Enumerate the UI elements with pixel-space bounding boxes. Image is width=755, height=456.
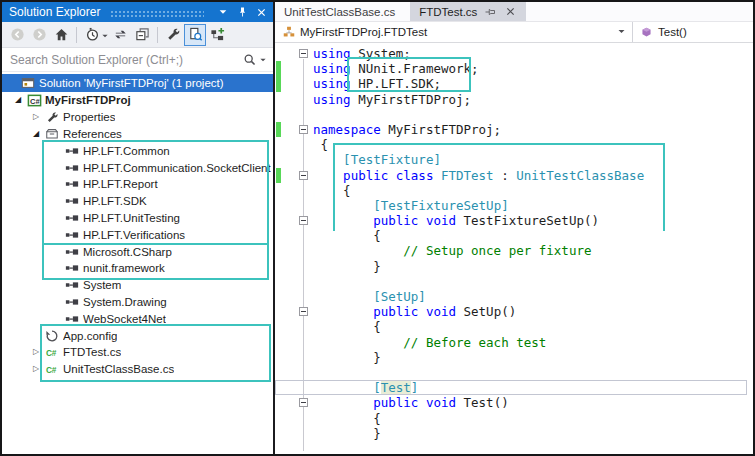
home-icon[interactable] xyxy=(50,24,72,46)
code-line[interactable]: using System; xyxy=(275,46,753,61)
tree-item-solution-myfirstftdproj-1-project[interactable]: Solution 'MyFirstFTDProj' (1 project) xyxy=(2,74,273,92)
code-line[interactable]: } xyxy=(275,350,753,365)
tree-item-label: nunit.framework xyxy=(83,262,165,274)
expander-collapsed-icon[interactable]: ▷ xyxy=(28,109,44,125)
tab-close-icon[interactable] xyxy=(503,5,517,19)
tree-item-label: Solution 'MyFirstFTDProj' (1 project) xyxy=(39,77,224,89)
expander-expanded-icon[interactable]: ◢ xyxy=(10,92,26,108)
code-line[interactable]: // Setup once per fixture xyxy=(275,243,753,258)
code-token: Test xyxy=(381,380,411,395)
code-token: SetUp() xyxy=(464,304,517,319)
fold-collapse-icon[interactable] xyxy=(299,307,308,316)
code-line[interactable]: [TestFixture] xyxy=(275,152,753,167)
code-line[interactable]: { xyxy=(275,411,753,426)
code-editor[interactable]: using System;using NUnit.Framework;using… xyxy=(275,43,753,454)
assembly-icon xyxy=(64,244,80,260)
search-input[interactable] xyxy=(10,53,243,67)
window-position-icon[interactable] xyxy=(215,4,231,20)
fold-collapse-icon[interactable] xyxy=(299,171,308,180)
expander-expanded-icon[interactable]: ◢ xyxy=(28,126,44,142)
refresh-icon[interactable] xyxy=(109,24,131,46)
code-token: { xyxy=(313,411,381,426)
code-line[interactable]: using HP.LFT.SDK; xyxy=(275,76,753,91)
tab-pin-icon[interactable] xyxy=(483,5,497,19)
search-box[interactable] xyxy=(2,48,273,72)
solution-explorer-titlebar[interactable]: Solution Explorer xyxy=(2,2,273,22)
tree-item-hp-lft-verifications[interactable]: HP.LFT.Verifications xyxy=(2,226,273,243)
tree-item-nunit-framework[interactable]: nunit.framework xyxy=(2,260,273,277)
tree-item-system[interactable]: System xyxy=(2,277,273,294)
code-line[interactable]: [TestFixtureSetUp] xyxy=(275,198,753,213)
tab-unittestclassbase[interactable]: UnitTestClassBase.cs xyxy=(275,2,404,21)
dropdown-caret-icon[interactable] xyxy=(101,26,109,44)
fold-collapse-icon[interactable] xyxy=(299,125,308,134)
forward-icon[interactable] xyxy=(28,24,50,46)
assembly-icon xyxy=(64,160,80,176)
tree-item-microsoft-csharp[interactable]: Microsoft.CSharp xyxy=(2,243,273,260)
code-line[interactable]: [Test] xyxy=(275,380,747,395)
type-dropdown[interactable]: MyFirstFTDProj.FTDTest xyxy=(275,22,633,42)
expander-collapsed-icon[interactable]: ▷ xyxy=(28,344,44,360)
tree-item-hp-lft-unittesting[interactable]: HP.LFT.UnitTesting xyxy=(2,210,273,227)
code-line[interactable]: { xyxy=(275,183,753,198)
member-dropdown-value: Test() xyxy=(658,26,687,38)
fold-collapse-icon[interactable] xyxy=(299,216,308,225)
code-token xyxy=(313,289,373,304)
change-tracking-bar xyxy=(276,168,281,183)
close-icon[interactable] xyxy=(253,4,269,20)
tree-item-websocket4net[interactable]: WebSocket4Net xyxy=(2,310,273,327)
code-token: FTDTest xyxy=(441,168,494,183)
tree-item-hp-lft-common[interactable]: HP.LFT.Common xyxy=(2,142,273,159)
code-line[interactable]: { xyxy=(275,319,753,334)
code-line[interactable] xyxy=(275,365,753,380)
tree-item-label: System xyxy=(83,279,121,291)
tree-item-label: References xyxy=(63,128,122,140)
code-token: public void xyxy=(373,395,463,410)
tree-item-system-drawing[interactable]: System.Drawing xyxy=(2,294,273,311)
tab-ftdtest[interactable]: FTDTest.cs xyxy=(410,2,526,21)
code-line[interactable]: } xyxy=(275,426,753,441)
code-line[interactable]: public void Test() xyxy=(275,395,753,410)
code-line[interactable]: // Before each test xyxy=(275,335,753,350)
code-token: // Setup once per fixture xyxy=(403,243,591,258)
tree-item-hp-lft-sdk[interactable]: HP.LFT.SDK xyxy=(2,193,273,210)
code-line[interactable]: { xyxy=(275,228,753,243)
code-line[interactable] xyxy=(275,274,753,289)
expander-collapsed-icon[interactable]: ▷ xyxy=(28,361,44,377)
code-line[interactable]: public void TestFixtureSetUp() xyxy=(275,213,753,228)
sync-active-icon[interactable] xyxy=(206,24,228,46)
code-line[interactable]: using NUnit.Framework; xyxy=(275,61,753,76)
tree-item-hp-lft-communication-socketclient[interactable]: HP.LFT.Communication.SocketClient xyxy=(2,159,273,176)
code-line[interactable]: using MyFirstFTDProj; xyxy=(275,92,753,107)
code-token: } xyxy=(313,426,381,441)
collapse-all-icon[interactable] xyxy=(131,24,153,46)
pin-icon[interactable] xyxy=(234,4,250,20)
code-line[interactable]: [SetUp] xyxy=(275,289,753,304)
tree-item-label: Microsoft.CSharp xyxy=(83,246,172,258)
properties-icon[interactable] xyxy=(162,24,184,46)
switch-views-icon[interactable] xyxy=(81,24,103,46)
code-line[interactable]: namespace MyFirstFTDProj; xyxy=(275,122,753,137)
search-icon[interactable] xyxy=(243,53,267,67)
tree-item-app-config[interactable]: App.config xyxy=(2,327,273,344)
fold-collapse-icon[interactable] xyxy=(299,49,308,58)
tree-item-hp-lft-report[interactable]: HP.LFT.Report xyxy=(2,176,273,193)
fold-collapse-icon[interactable] xyxy=(299,398,308,407)
code-token xyxy=(313,168,343,183)
member-dropdown[interactable]: Test() xyxy=(633,22,691,42)
tree-item-unittestclassbase-cs[interactable]: ▷C#UnitTestClassBase.cs xyxy=(2,361,273,378)
code-line[interactable]: } xyxy=(275,259,753,274)
tree-item-myfirstftdproj[interactable]: ◢C#MyFirstFTDProj xyxy=(2,92,273,109)
preview-selected-icon[interactable] xyxy=(184,24,206,46)
code-line[interactable] xyxy=(275,441,753,454)
code-line[interactable]: { xyxy=(275,137,753,152)
csfile-icon: C# xyxy=(44,361,60,377)
code-line[interactable]: public void SetUp() xyxy=(275,304,753,319)
tree-item-references[interactable]: ◢References xyxy=(2,126,273,143)
code-token: [SetUp] xyxy=(373,289,426,304)
tree-item-ftdtest-cs[interactable]: ▷C#FTDTest.cs xyxy=(2,344,273,361)
back-icon[interactable] xyxy=(6,24,28,46)
code-line[interactable]: public class FTDTest : UnitTestClassBase xyxy=(275,168,753,183)
code-line[interactable] xyxy=(275,107,753,122)
tree-item-properties[interactable]: ▷Properties xyxy=(2,109,273,126)
